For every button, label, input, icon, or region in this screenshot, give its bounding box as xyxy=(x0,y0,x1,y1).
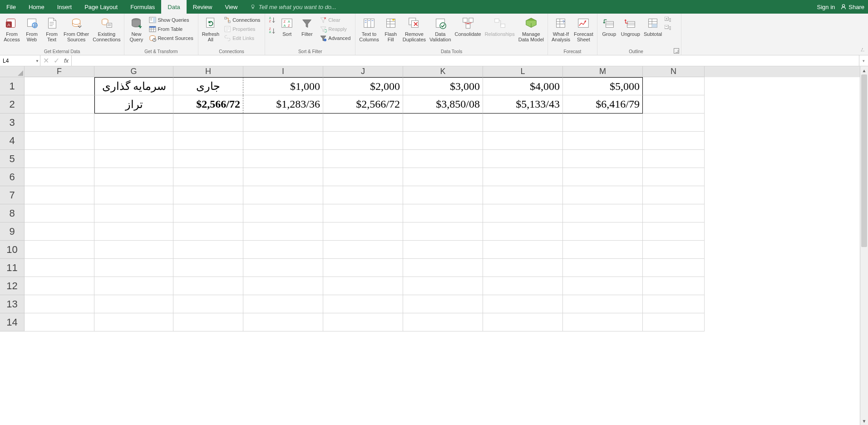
cell-H4[interactable] xyxy=(173,132,243,150)
cell-I9[interactable] xyxy=(243,222,323,241)
cell-H10[interactable] xyxy=(173,241,243,259)
cell-G1[interactable]: سرمایه گذاری xyxy=(94,77,173,95)
accept-formula-icon[interactable]: ✓ xyxy=(54,56,59,65)
name-box-dropdown-icon[interactable]: ▼ xyxy=(35,59,39,63)
from-other-sources-button[interactable]: From Other Sources xyxy=(62,15,91,43)
tab-formulas[interactable]: Formulas xyxy=(124,0,161,14)
column-header-H[interactable]: H xyxy=(173,66,243,77)
cell-M6[interactable] xyxy=(563,168,643,186)
cell-F13[interactable] xyxy=(25,295,94,313)
cell-L3[interactable] xyxy=(483,114,563,132)
show-detail-icon[interactable]: + xyxy=(665,17,672,23)
cell-H6[interactable] xyxy=(173,168,243,186)
cell-N8[interactable] xyxy=(643,204,705,222)
cell-J7[interactable] xyxy=(323,186,403,204)
cell-K4[interactable] xyxy=(403,132,483,150)
sort-button[interactable]: ZAAZ Sort xyxy=(277,15,297,38)
cell-M8[interactable] xyxy=(563,204,643,222)
cell-L4[interactable] xyxy=(483,132,563,150)
cell-N7[interactable] xyxy=(643,186,705,204)
row-header-5[interactable]: 5 xyxy=(0,150,25,168)
cell-G7[interactable] xyxy=(94,186,173,204)
fx-icon[interactable]: fx xyxy=(64,57,69,64)
cell-H3[interactable] xyxy=(173,114,243,132)
cell-M3[interactable] xyxy=(563,114,643,132)
cell-K2[interactable]: $3,850/08 xyxy=(403,95,483,114)
cell-M2[interactable]: $6,416/79 xyxy=(563,95,643,114)
advanced-filter-button[interactable]: Advanced xyxy=(318,34,352,42)
cell-I8[interactable] xyxy=(243,204,323,222)
collapse-ribbon-button[interactable]: ㄥ xyxy=(860,46,865,53)
ungroup-button[interactable]: Ungroup xyxy=(619,15,642,38)
existing-connections-button[interactable]: Existing Connections xyxy=(91,15,122,43)
cell-G3[interactable] xyxy=(94,114,173,132)
relationships-button[interactable]: Relationships xyxy=(483,15,517,38)
cell-F4[interactable] xyxy=(25,132,94,150)
outline-dialog-launcher[interactable] xyxy=(674,48,679,54)
cell-N11[interactable] xyxy=(643,259,705,277)
cell-J11[interactable] xyxy=(323,259,403,277)
cell-G14[interactable] xyxy=(94,313,173,331)
cell-N1[interactable] xyxy=(643,77,705,95)
cell-K9[interactable] xyxy=(403,222,483,241)
cell-K3[interactable] xyxy=(403,114,483,132)
cell-F5[interactable] xyxy=(25,150,94,168)
cell-K13[interactable] xyxy=(403,295,483,313)
column-header-N[interactable]: N xyxy=(643,66,705,77)
cell-M11[interactable] xyxy=(563,259,643,277)
cell-J12[interactable] xyxy=(323,277,403,295)
consolidate-button[interactable]: Consolidate xyxy=(453,15,483,38)
cell-N13[interactable] xyxy=(643,295,705,313)
reapply-button[interactable]: Reapply xyxy=(318,25,352,33)
cell-F2[interactable] xyxy=(25,95,94,114)
cell-N5[interactable] xyxy=(643,150,705,168)
cell-F3[interactable] xyxy=(25,114,94,132)
tab-file[interactable]: File xyxy=(0,0,22,14)
cell-H8[interactable] xyxy=(173,204,243,222)
from-access-button[interactable]: A From Access xyxy=(2,15,22,43)
cell-F11[interactable] xyxy=(25,259,94,277)
row-header-9[interactable]: 9 xyxy=(0,222,25,241)
cell-F12[interactable] xyxy=(25,277,94,295)
cell-L7[interactable] xyxy=(483,186,563,204)
cell-I14[interactable] xyxy=(243,313,323,331)
row-header-1[interactable]: 1 xyxy=(0,77,25,95)
cell-G4[interactable] xyxy=(94,132,173,150)
cell-M12[interactable] xyxy=(563,277,643,295)
cell-G13[interactable] xyxy=(94,295,173,313)
cell-G8[interactable] xyxy=(94,204,173,222)
from-text-button[interactable]: From Text xyxy=(42,15,62,43)
cell-I7[interactable] xyxy=(243,186,323,204)
cell-K10[interactable] xyxy=(403,241,483,259)
row-header-4[interactable]: 4 xyxy=(0,132,25,150)
flash-fill-button[interactable]: Flash Fill xyxy=(381,15,401,43)
column-header-J[interactable]: J xyxy=(323,66,403,77)
tell-me-search[interactable]: Tell me what you want to do... xyxy=(244,4,817,10)
cell-N14[interactable] xyxy=(643,313,705,331)
cell-I5[interactable] xyxy=(243,150,323,168)
name-box[interactable]: L4 ▼ xyxy=(0,55,40,66)
cell-L11[interactable] xyxy=(483,259,563,277)
column-header-K[interactable]: K xyxy=(403,66,483,77)
cell-N9[interactable] xyxy=(643,222,705,241)
cell-L8[interactable] xyxy=(483,204,563,222)
cell-M9[interactable] xyxy=(563,222,643,241)
cell-I1[interactable]: $1,000 xyxy=(243,77,323,95)
cell-N4[interactable] xyxy=(643,132,705,150)
cell-I13[interactable] xyxy=(243,295,323,313)
cell-N3[interactable] xyxy=(643,114,705,132)
cell-L14[interactable] xyxy=(483,313,563,331)
hide-detail-icon[interactable]: − xyxy=(665,25,672,31)
cell-J13[interactable] xyxy=(323,295,403,313)
refresh-all-button[interactable]: Refresh All xyxy=(200,15,222,43)
what-if-button[interactable]: ? What-If Analysis xyxy=(550,15,572,43)
cell-N12[interactable] xyxy=(643,277,705,295)
cell-H7[interactable] xyxy=(173,186,243,204)
cell-J1[interactable]: $2,000 xyxy=(323,77,403,95)
formula-expand-button[interactable]: ▾ xyxy=(859,55,868,66)
cell-H1[interactable]: جاری xyxy=(173,77,243,95)
tab-page-layout[interactable]: Page Layout xyxy=(78,0,124,14)
cell-K12[interactable] xyxy=(403,277,483,295)
cell-J2[interactable]: $2,566/72 xyxy=(323,95,403,114)
cell-I11[interactable] xyxy=(243,259,323,277)
